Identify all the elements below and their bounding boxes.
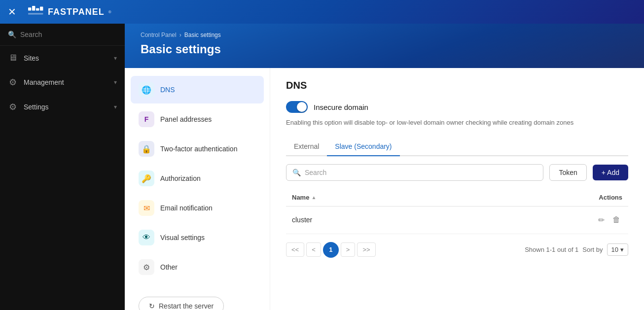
tabs: External Slave (Secondary) bbox=[286, 138, 628, 156]
two-factor-icon: 🔒 bbox=[139, 141, 154, 157]
token-button[interactable]: Token bbox=[549, 164, 586, 181]
inner-content: 🌐 DNS F Panel addresses 🔒 Two-factor aut… bbox=[125, 68, 644, 310]
content-area: Control Panel › Basic settings Basic set… bbox=[125, 24, 644, 310]
management-icon: ⚙ bbox=[8, 77, 18, 88]
search-input[interactable] bbox=[20, 31, 117, 38]
current-page[interactable]: 1 bbox=[323, 242, 339, 258]
chevron-down-icon: ▾ bbox=[620, 246, 624, 253]
page-title: Basic settings bbox=[141, 42, 628, 56]
menu-item-panel-addresses[interactable]: F Panel addresses bbox=[131, 105, 264, 133]
breadcrumb-separator: › bbox=[179, 32, 181, 38]
settings-icon: ⚙ bbox=[8, 102, 18, 112]
column-actions: Actions bbox=[453, 189, 628, 207]
menu-item-label: Visual settings bbox=[160, 234, 205, 241]
authorization-icon: 🔑 bbox=[139, 171, 154, 186]
menu-item-label: Email notification bbox=[160, 204, 213, 212]
toggle-thumb bbox=[297, 102, 307, 112]
svg-rect-1 bbox=[32, 6, 35, 11]
page-header: Control Panel › Basic settings Basic set… bbox=[125, 24, 644, 68]
chevron-down-icon: ▾ bbox=[114, 55, 117, 62]
insecure-domain-toggle[interactable] bbox=[286, 101, 308, 113]
column-name: Name ▲ bbox=[286, 189, 453, 207]
tab-slave[interactable]: Slave (Secondary) bbox=[327, 138, 399, 156]
search-icon: 🔍 bbox=[292, 169, 301, 176]
logo: FASTPANEL ® bbox=[28, 6, 112, 18]
visual-settings-icon: 👁 bbox=[139, 230, 154, 245]
menu-item-label: Two-factor authentication bbox=[160, 145, 237, 153]
dns-icon: 🌐 bbox=[139, 82, 154, 98]
search-input[interactable] bbox=[305, 169, 537, 176]
close-button[interactable]: ✕ bbox=[8, 6, 16, 18]
dns-panel: DNS Insecure domain Enabling this option… bbox=[270, 68, 644, 310]
search-icon: 🔍 bbox=[8, 31, 16, 38]
sort-value: 10 bbox=[611, 246, 618, 253]
restart-icon: ↻ bbox=[149, 302, 155, 310]
next-page-button[interactable]: > bbox=[341, 242, 356, 257]
dns-description: Enabling this option will disable top- o… bbox=[286, 118, 628, 128]
sidebar-item-label: Management bbox=[24, 78, 64, 86]
top-navigation: ✕ FASTPANEL ® bbox=[0, 0, 644, 24]
restart-server-button[interactable]: ↻ Restart the server bbox=[139, 297, 224, 310]
sort-label: Sort by bbox=[582, 246, 603, 253]
menu-item-label: Other bbox=[160, 263, 178, 271]
search-actions: 🔍 Token + Add bbox=[286, 164, 628, 181]
breadcrumb-current: Basic settings bbox=[184, 32, 221, 38]
edit-icon[interactable]: ✏ bbox=[596, 213, 607, 227]
sidebar-search-container[interactable]: 🔍 bbox=[0, 24, 125, 46]
sort-select[interactable]: 10 ▾ bbox=[607, 243, 628, 256]
svg-rect-0 bbox=[28, 7, 31, 10]
menu-item-other[interactable]: ⚙ Other bbox=[131, 253, 264, 281]
menu-item-email-notification[interactable]: ✉ Email notification bbox=[131, 194, 264, 222]
breadcrumb: Control Panel › Basic settings bbox=[141, 32, 628, 38]
svg-rect-2 bbox=[36, 8, 39, 11]
last-page-button[interactable]: >> bbox=[357, 242, 375, 257]
other-icon: ⚙ bbox=[139, 259, 154, 275]
chevron-down-icon: ▾ bbox=[114, 79, 117, 86]
menu-item-dns[interactable]: 🌐 DNS bbox=[131, 76, 264, 103]
toggle-row: Insecure domain bbox=[286, 101, 628, 113]
menu-item-label: DNS bbox=[160, 86, 175, 94]
sidebar: 🔍 🖥 Sites ▾ ⚙ Management ▾ ⚙ Settings ▾ bbox=[0, 24, 125, 310]
menu-item-visual-settings[interactable]: 👁 Visual settings bbox=[131, 224, 264, 251]
sort-icon: ▲ bbox=[311, 195, 316, 200]
sidebar-item-settings[interactable]: ⚙ Settings ▾ bbox=[0, 95, 125, 119]
sites-icon: 🖥 bbox=[8, 53, 18, 63]
sidebar-item-sites[interactable]: 🖥 Sites ▾ bbox=[0, 46, 125, 70]
menu-item-two-factor[interactable]: 🔒 Two-factor authentication bbox=[131, 135, 264, 163]
logo-text: FASTPANEL bbox=[48, 7, 105, 17]
chevron-down-icon: ▾ bbox=[114, 103, 117, 110]
first-page-button[interactable]: << bbox=[286, 242, 304, 257]
add-button[interactable]: + Add bbox=[593, 165, 628, 180]
dns-title: DNS bbox=[286, 80, 628, 91]
data-table: Name ▲ Actions cluster ✏ bbox=[286, 189, 628, 234]
breadcrumb-parent: Control Panel bbox=[141, 32, 177, 38]
pagination-info: Shown 1-1 out of 1 Sort by 10 ▾ bbox=[525, 243, 628, 256]
menu-item-label: Panel addresses bbox=[160, 115, 212, 123]
panel-addresses-icon: F bbox=[139, 111, 154, 127]
delete-icon[interactable]: 🗑 bbox=[610, 213, 622, 226]
search-box[interactable]: 🔍 bbox=[286, 164, 543, 181]
shown-info: Shown 1-1 out of 1 bbox=[525, 246, 578, 253]
cell-actions: ✏ 🗑 bbox=[453, 206, 628, 234]
restart-button-label: Restart the server bbox=[159, 302, 214, 310]
pagination: << < 1 > >> Shown 1-1 out of 1 Sort by 1… bbox=[286, 234, 628, 258]
main-layout: 🔍 🖥 Sites ▾ ⚙ Management ▾ ⚙ Settings ▾ … bbox=[0, 24, 644, 310]
sidebar-item-label: Sites bbox=[24, 54, 39, 62]
toggle-label: Insecure domain bbox=[314, 103, 368, 111]
prev-page-button[interactable]: < bbox=[306, 242, 321, 257]
cell-name: cluster bbox=[286, 206, 453, 234]
menu-item-authorization[interactable]: 🔑 Authorization bbox=[131, 165, 264, 192]
table-row: cluster ✏ 🗑 bbox=[286, 206, 628, 234]
email-icon: ✉ bbox=[139, 200, 154, 216]
tab-external[interactable]: External bbox=[286, 138, 327, 156]
menu-item-label: Authorization bbox=[160, 174, 201, 182]
svg-rect-4 bbox=[28, 13, 43, 14]
sidebar-item-label: Settings bbox=[24, 103, 49, 111]
settings-menu: 🌐 DNS F Panel addresses 🔒 Two-factor aut… bbox=[125, 68, 270, 310]
svg-rect-3 bbox=[40, 7, 43, 11]
sidebar-item-management[interactable]: ⚙ Management ▾ bbox=[0, 70, 125, 95]
